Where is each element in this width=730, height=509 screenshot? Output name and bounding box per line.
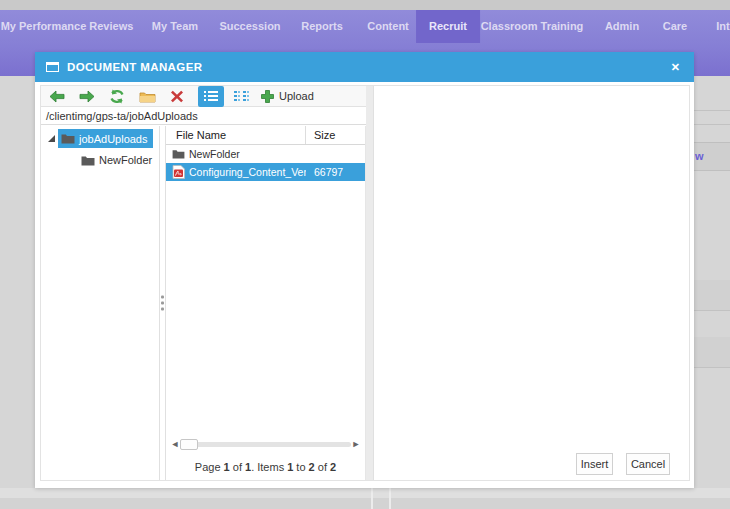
pager-text: Page — [195, 461, 224, 473]
column-header-size[interactable]: Size — [306, 129, 365, 141]
pager-text: of — [315, 461, 330, 473]
thumbnails-view-icon[interactable] — [234, 86, 249, 106]
tree-expander-icon[interactable] — [48, 135, 55, 142]
nav-item-my-performance-reviews[interactable]: My Performance Reviews — [1, 10, 134, 43]
browser-chrome-strip — [0, 0, 730, 10]
explorer-left-block: Upload /clientimg/gps-ta/jobAdUploads — [41, 86, 366, 480]
tree-node-newfolder[interactable]: NewFolder — [81, 151, 159, 169]
nav-item-admin[interactable]: Admin — [605, 10, 639, 43]
grid-preview-splitter[interactable] — [366, 86, 374, 480]
nav-item-recruit[interactable]: Recruit — [416, 10, 480, 43]
list-view-icon — [204, 90, 218, 102]
back-icon[interactable] — [49, 86, 65, 106]
screen: My Performance Reviews My Team Successio… — [0, 0, 730, 509]
document-manager-dialog: DOCUMENT MANAGER ✕ — [35, 52, 694, 488]
dialog-title: DOCUMENT MANAGER — [67, 61, 202, 73]
tree-root-label: jobAdUploads — [79, 133, 148, 145]
folder-icon — [81, 155, 95, 166]
grid-row-configuring-content-vendor[interactable]: Configuring_Content_Vendo 66797 — [166, 163, 365, 181]
folder-icon — [61, 133, 75, 144]
scrollbar-track[interactable] — [180, 442, 351, 447]
scrollbar-thumb[interactable] — [180, 439, 198, 450]
upload-button[interactable]: Upload — [261, 86, 314, 106]
nav-item-care[interactable]: Care — [663, 10, 687, 43]
new-folder-icon[interactable] — [139, 86, 156, 106]
tree-node-jobadduploads[interactable]: jobAdUploads — [58, 129, 153, 148]
pager-text: of — [230, 461, 245, 473]
tree-node-root[interactable]: jobAdUploads — [41, 129, 159, 148]
window-icon — [46, 62, 59, 72]
background-bottom-band — [0, 488, 730, 498]
tree-child-label: NewFolder — [99, 154, 152, 166]
nav-item-reports[interactable]: Reports — [301, 10, 343, 43]
folder-icon — [172, 149, 185, 159]
pdf-file-icon — [172, 165, 185, 179]
file-name: NewFolder — [189, 148, 240, 160]
explorer-toolbar: Upload — [41, 86, 366, 107]
upload-label: Upload — [279, 90, 314, 102]
grid-header: File Name Size — [166, 126, 365, 145]
nav-item-classroom-training[interactable]: Classroom Training — [481, 10, 584, 43]
close-icon[interactable]: ✕ — [671, 52, 680, 82]
grid-pager: Page 1 of 1. Items 1 to 2 of 2 — [166, 461, 365, 473]
horizontal-scrollbar[interactable]: ◄ ► — [170, 437, 361, 451]
forward-icon[interactable] — [79, 86, 95, 106]
splitter-grip-icon — [161, 293, 164, 314]
delete-icon[interactable] — [170, 86, 184, 106]
dialog-titlebar[interactable]: DOCUMENT MANAGER ✕ — [35, 52, 694, 82]
nav-item-inte[interactable]: Inte — [716, 10, 730, 43]
grid-row-newfolder[interactable]: NewFolder — [166, 145, 365, 163]
background-column-line — [371, 488, 373, 509]
file-name: Configuring_Content_Vendo — [189, 166, 306, 178]
file-grid: File Name Size NewFolder — [166, 126, 366, 480]
pager-value: 2 — [330, 461, 336, 473]
address-bar[interactable]: /clientimg/gps-ta/jobAdUploads — [41, 108, 366, 125]
pager-text: to — [293, 461, 308, 473]
nav-item-succession[interactable]: Succession — [219, 10, 280, 43]
upload-plus-icon — [261, 90, 274, 103]
explorer-panels: jobAdUploads NewFolder — [41, 126, 366, 480]
folder-tree: jobAdUploads NewFolder — [41, 126, 159, 480]
nav-item-my-team[interactable]: My Team — [152, 10, 198, 43]
file-explorer: Upload /clientimg/gps-ta/jobAdUploads — [40, 85, 690, 481]
background-bottom-band-2 — [0, 498, 730, 509]
cancel-button[interactable]: Cancel — [626, 453, 670, 475]
scroll-right-icon[interactable]: ► — [351, 439, 361, 449]
background-partial-link: w — [695, 150, 704, 162]
insert-button[interactable]: Insert — [576, 453, 613, 475]
file-size: 66797 — [306, 166, 365, 178]
refresh-icon[interactable] — [109, 86, 125, 106]
column-header-file-name[interactable]: File Name — [166, 126, 306, 144]
pager-text: . Items — [251, 461, 287, 473]
list-view-button[interactable] — [198, 86, 224, 107]
nav-item-content[interactable]: Content — [367, 10, 409, 43]
scroll-left-icon[interactable]: ◄ — [170, 439, 180, 449]
tree-grid-splitter[interactable] — [159, 126, 166, 480]
background-table-edge: w — [694, 77, 730, 489]
preview-pane: Insert Cancel — [374, 86, 689, 480]
background-column-line — [389, 488, 391, 509]
